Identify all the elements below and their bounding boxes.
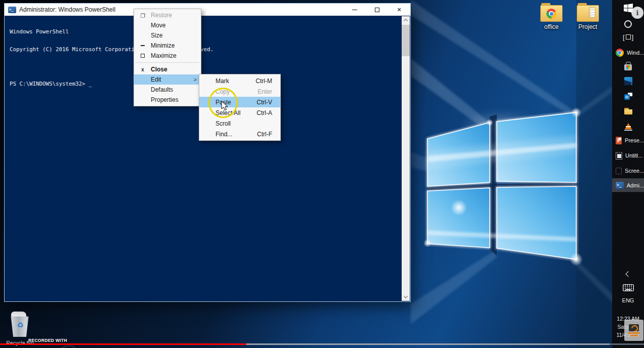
taskbar-item-chrome[interactable]: Wind... bbox=[612, 47, 644, 58]
document-icon bbox=[589, 7, 596, 18]
media-app-button[interactable] bbox=[612, 75, 644, 87]
circle-icon bbox=[624, 20, 632, 28]
keyboard-icon bbox=[623, 284, 634, 291]
menu-item-find[interactable]: Find... Ctrl-F bbox=[199, 129, 280, 139]
desktop-icon-project[interactable]: Project bbox=[572, 5, 604, 30]
folder-icon bbox=[624, 108, 632, 114]
powershell-icon bbox=[616, 182, 624, 189]
store-icon bbox=[624, 64, 632, 70]
close-button[interactable] bbox=[388, 4, 410, 16]
menu-item-label: Scroll bbox=[216, 120, 231, 127]
taskbar-item-screen-recorder[interactable]: Scree... bbox=[612, 165, 644, 176]
console-line: Windows PowerShell bbox=[10, 29, 401, 35]
submenu-arrow-icon bbox=[194, 76, 197, 83]
menu-item-label: Paste bbox=[216, 99, 231, 106]
system-menu: Restore Move Size Minimize Maximize Clos… bbox=[134, 9, 201, 106]
taskbar-item-powershell[interactable]: Admi... bbox=[612, 178, 644, 192]
outlook-button[interactable] bbox=[612, 91, 644, 102]
menu-item-label: Move bbox=[151, 22, 165, 29]
menu-item-edit[interactable]: Edit bbox=[134, 74, 201, 85]
menu-item-label: Edit bbox=[151, 76, 161, 83]
folder-icon bbox=[540, 5, 563, 22]
console-scrollbar[interactable] bbox=[402, 16, 410, 301]
console-line: Copyright (C) 2016 Microsoft Corporation… bbox=[10, 47, 401, 53]
close-icon bbox=[138, 64, 147, 74]
show-hidden-icons-button[interactable] bbox=[612, 268, 644, 280]
vlc-button[interactable] bbox=[612, 121, 644, 132]
taskbar-item-notepad[interactable]: Untitl... bbox=[612, 150, 644, 161]
chrome-icon bbox=[616, 49, 624, 57]
file-explorer-button[interactable] bbox=[612, 105, 644, 117]
menu-item-label: Properties bbox=[151, 96, 179, 103]
maximize-button[interactable] bbox=[366, 4, 388, 16]
recorded-with-label: RECORDED WITH bbox=[28, 338, 67, 343]
menu-shortcut: Enter bbox=[257, 88, 272, 95]
info-overlay-icon[interactable] bbox=[631, 7, 643, 19]
menu-item-label: Maximize bbox=[151, 52, 177, 59]
menu-item-label: Mark bbox=[216, 78, 229, 85]
video-progress-bar[interactable] bbox=[0, 343, 644, 345]
scroll-up-icon[interactable] bbox=[402, 16, 410, 24]
recycle-bin-icon[interactable]: ♻ bbox=[8, 312, 32, 338]
scrollbar-thumb[interactable] bbox=[402, 25, 410, 56]
menu-item-copy: Copy Enter bbox=[199, 86, 280, 97]
taskbar-item-powerpoint[interactable]: Prese... bbox=[612, 135, 644, 146]
window-titlebar[interactable]: Administrator: Windows PowerShell bbox=[5, 4, 410, 16]
progress-remaining bbox=[610, 343, 644, 345]
vlc-cone-icon bbox=[624, 123, 632, 131]
folder-icon bbox=[577, 5, 599, 22]
menu-item-label: Defaults bbox=[151, 86, 173, 93]
console-output[interactable]: Windows PowerShell Copyright (C) 2016 Mi… bbox=[6, 16, 401, 300]
outlook-icon bbox=[624, 93, 632, 100]
desktop-icon-office[interactable]: office bbox=[535, 5, 568, 30]
menu-item-label: Minimize bbox=[151, 42, 175, 49]
menu-item-mark[interactable]: Mark Ctrl-M bbox=[199, 75, 280, 86]
menu-item-size[interactable]: Size bbox=[134, 30, 201, 41]
recording-watermark bbox=[624, 320, 643, 341]
window-title: Administrator: Windows PowerShell bbox=[19, 6, 115, 13]
menu-shortcut: Ctrl-M bbox=[255, 78, 272, 85]
screen-recorder-icon bbox=[616, 168, 622, 174]
maximize-icon bbox=[375, 8, 379, 12]
powershell-icon bbox=[8, 7, 16, 13]
menu-item-label: Copy bbox=[216, 88, 230, 95]
task-view-icon bbox=[623, 33, 634, 41]
watermark-logo-icon bbox=[629, 324, 639, 331]
menu-item-scroll[interactable]: Scroll bbox=[199, 118, 280, 129]
desktop-icon-label: Project bbox=[572, 23, 604, 30]
menu-item-select-all[interactable]: Select All Ctrl-A bbox=[199, 107, 280, 118]
menu-item-minimize[interactable]: Minimize bbox=[134, 41, 201, 51]
close-icon bbox=[397, 7, 401, 13]
menu-item-move[interactable]: Move bbox=[134, 20, 201, 30]
menu-item-restore: Restore bbox=[134, 10, 201, 20]
chrome-icon bbox=[546, 9, 556, 19]
media-app-icon bbox=[624, 77, 632, 85]
taskbar-item-label: Prese... bbox=[625, 137, 644, 143]
taskbar-item-label: Wind... bbox=[627, 50, 644, 56]
restore-icon bbox=[138, 10, 147, 20]
taskbar-item-label: Untitl... bbox=[625, 152, 642, 159]
scroll-down-icon[interactable] bbox=[402, 293, 410, 301]
desktop-icon-label: office bbox=[535, 23, 568, 30]
menu-separator bbox=[135, 62, 200, 63]
minimize-icon bbox=[352, 10, 357, 10]
menu-shortcut: Ctrl-V bbox=[256, 99, 272, 106]
minimize-icon bbox=[138, 41, 147, 51]
menu-item-maximize[interactable]: Maximize bbox=[134, 51, 201, 61]
store-button[interactable] bbox=[612, 61, 644, 72]
language-indicator[interactable]: ENG bbox=[612, 297, 644, 303]
edit-submenu: Mark Ctrl-M Copy Enter Paste Ctrl-V Sele… bbox=[199, 74, 281, 141]
menu-item-paste[interactable]: Paste Ctrl-V bbox=[199, 97, 280, 107]
menu-item-defaults[interactable]: Defaults bbox=[134, 85, 201, 95]
menu-item-properties[interactable]: Properties bbox=[134, 95, 201, 105]
touch-keyboard-button[interactable] bbox=[612, 282, 644, 293]
task-view-button[interactable] bbox=[612, 31, 644, 43]
cortana-button[interactable] bbox=[612, 18, 644, 29]
menu-shortcut: Ctrl-A bbox=[256, 109, 272, 117]
console-prompt: PS C:\WINDOWS\system32> bbox=[10, 81, 89, 87]
taskbar: Wind... Prese... Untitl... Scree... Admi… bbox=[612, 0, 644, 348]
notepad-icon bbox=[616, 152, 622, 160]
menu-item-close[interactable]: Close bbox=[134, 64, 201, 74]
console-cursor: _ bbox=[89, 81, 92, 87]
minimize-button[interactable] bbox=[344, 4, 366, 16]
